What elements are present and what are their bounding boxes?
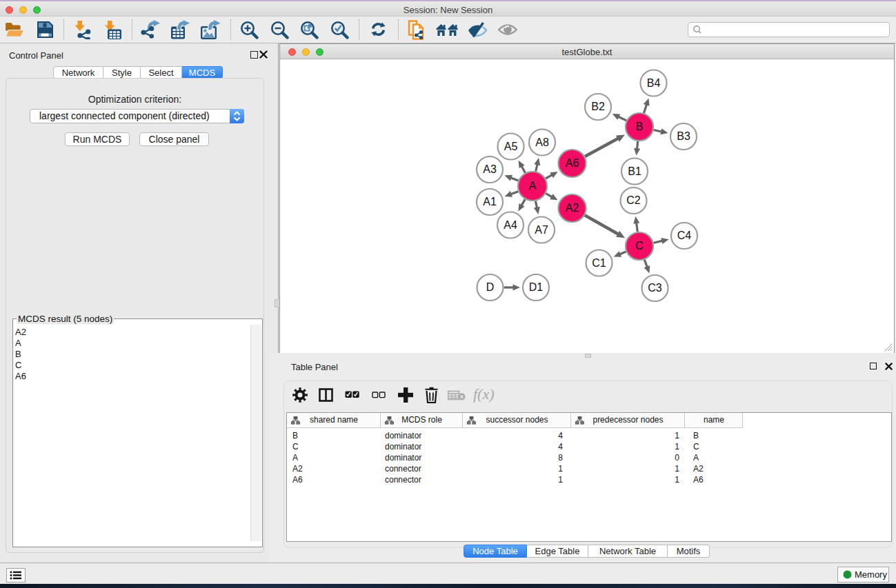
svg-text:A3: A3 bbox=[483, 163, 497, 175]
svg-text:D: D bbox=[486, 281, 495, 293]
svg-text:A1: A1 bbox=[483, 196, 497, 207]
svg-text:C1: C1 bbox=[592, 257, 606, 269]
svg-text:A5: A5 bbox=[504, 141, 518, 152]
svg-text:A8: A8 bbox=[535, 136, 549, 148]
svg-text:A2: A2 bbox=[566, 202, 579, 214]
svg-text:B2: B2 bbox=[591, 101, 605, 112]
svg-text:A4: A4 bbox=[504, 219, 517, 231]
svg-text:C3: C3 bbox=[648, 282, 662, 294]
svg-text:A7: A7 bbox=[535, 224, 548, 236]
svg-text:B: B bbox=[636, 121, 644, 132]
svg-text:C: C bbox=[635, 240, 644, 252]
svg-text:C2: C2 bbox=[626, 194, 641, 206]
svg-text:B1: B1 bbox=[628, 165, 641, 177]
svg-text:B4: B4 bbox=[647, 77, 661, 89]
svg-text:A6: A6 bbox=[566, 157, 579, 169]
svg-text:B3: B3 bbox=[677, 130, 690, 142]
svg-text:C4: C4 bbox=[677, 230, 692, 241]
svg-text:D1: D1 bbox=[529, 281, 544, 293]
svg-text:A: A bbox=[529, 180, 537, 192]
